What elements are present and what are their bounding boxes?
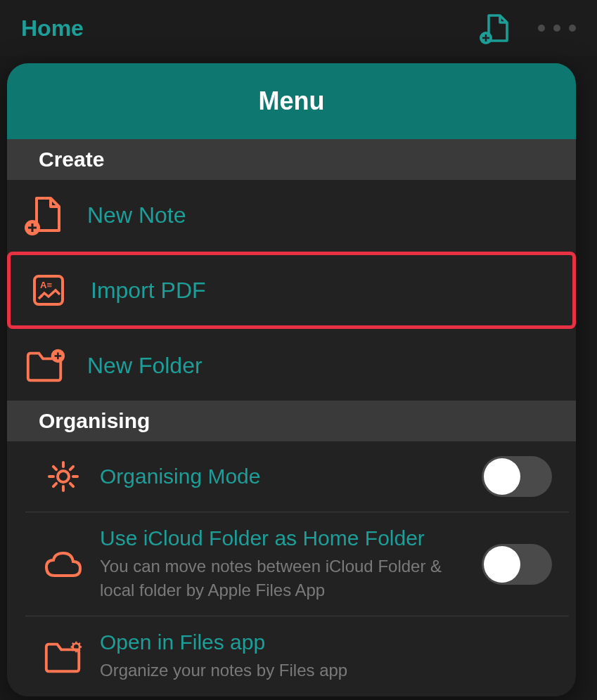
menu-item-files-app[interactable]: Open in Files app Organize your notes by… <box>25 616 569 696</box>
home-button[interactable]: Home <box>21 15 84 41</box>
new-note-file-icon <box>24 194 66 236</box>
organising-mode-label: Organising Mode <box>100 465 466 488</box>
menu-title: Menu <box>259 86 325 116</box>
cloud-icon <box>42 543 84 585</box>
section-title-organising: Organising <box>39 409 544 433</box>
section-header-organising: Organising <box>7 401 576 441</box>
menu-item-new-note[interactable]: New Note <box>7 180 576 250</box>
files-app-content: Open in Files app Organize your notes by… <box>100 630 552 682</box>
svg-text:A≡: A≡ <box>40 280 52 290</box>
top-bar: Home <box>0 0 597 56</box>
menu-item-new-folder[interactable]: New Folder <box>7 330 576 401</box>
svg-point-6 <box>58 471 69 482</box>
section-title-create: Create <box>39 148 544 171</box>
new-folder-icon <box>24 344 66 387</box>
icloud-title: Use iCloud Folder as Home Folder <box>100 526 466 550</box>
files-app-title: Open in Files app <box>100 630 552 654</box>
menu-header: Menu <box>7 63 576 139</box>
more-options-icon[interactable] <box>538 25 576 32</box>
folder-gear-icon <box>42 635 84 678</box>
menu-popover: Menu Create New Note A≡ Import PDF <box>7 63 576 696</box>
section-header-create: Create <box>7 139 576 180</box>
menu-item-organising-mode[interactable]: Organising Mode <box>25 441 569 512</box>
import-pdf-label: Import PDF <box>91 278 206 304</box>
top-right-controls <box>479 11 576 45</box>
organising-mode-content: Organising Mode <box>100 465 466 488</box>
new-note-icon[interactable] <box>479 11 510 45</box>
icloud-toggle[interactable] <box>482 544 552 585</box>
import-pdf-icon: A≡ <box>27 269 70 311</box>
gear-icon <box>42 455 84 498</box>
icloud-content: Use iCloud Folder as Home Folder You can… <box>100 526 466 602</box>
new-note-label: New Note <box>87 202 186 228</box>
new-folder-label: New Folder <box>87 353 203 379</box>
organising-mode-toggle[interactable] <box>482 456 552 497</box>
menu-item-import-pdf[interactable]: A≡ Import PDF <box>7 252 576 329</box>
icloud-subtitle: You can move notes between iCloud Folder… <box>100 555 466 602</box>
svg-point-4 <box>40 294 43 297</box>
files-app-subtitle: Organize your notes by Files app <box>100 659 552 682</box>
menu-item-icloud[interactable]: Use iCloud Folder as Home Folder You can… <box>25 512 569 616</box>
